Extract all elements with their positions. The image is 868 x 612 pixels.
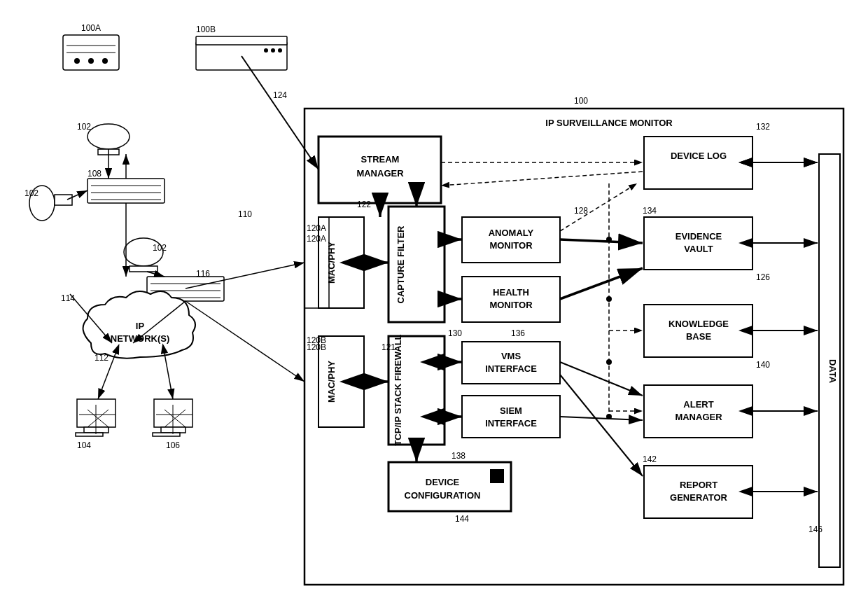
ref-146: 146 bbox=[808, 524, 822, 534]
dot2 bbox=[606, 296, 612, 302]
mac-phy-top-label: MAC/PHY bbox=[326, 242, 337, 284]
health-monitor-label2: MONITOR bbox=[489, 300, 533, 310]
svg-rect-18 bbox=[130, 266, 158, 272]
vms-interface-label2: INTERFACE bbox=[485, 363, 537, 374]
ref-132: 132 bbox=[756, 122, 770, 132]
siem-interface-box bbox=[462, 396, 560, 438]
ref-130: 130 bbox=[448, 328, 462, 338]
svg-point-12 bbox=[278, 48, 282, 53]
svg-rect-34 bbox=[153, 433, 180, 436]
siem-interface-label1: SIEM bbox=[500, 405, 522, 416]
ref-100b-label: 100B bbox=[196, 25, 216, 34]
ref-124-label: 124 bbox=[273, 90, 287, 100]
ref-112-label: 112 bbox=[94, 353, 108, 363]
anomaly-monitor-label1: ANOMALY bbox=[489, 228, 534, 238]
ip-network-label1: IP bbox=[136, 321, 145, 331]
capture-filter-label: CAPTURE FILTER bbox=[396, 225, 406, 304]
computer-106: 106 bbox=[153, 399, 192, 450]
ip-network-cloud: IP NETWORK(S) bbox=[83, 291, 195, 359]
device-log-label1: DEVICE LOG bbox=[671, 151, 727, 161]
ref-100a-label: 100A bbox=[81, 23, 101, 33]
data-label: DATA bbox=[827, 359, 838, 384]
dot3 bbox=[606, 359, 612, 365]
alert-manager-label2: MANAGER bbox=[675, 412, 722, 422]
computer-104: 104 bbox=[76, 399, 115, 450]
ref-104-label: 104 bbox=[77, 440, 91, 450]
knowledge-base-label2: BASE bbox=[686, 331, 711, 342]
ref-102a: 102 bbox=[77, 122, 91, 132]
ref-142: 142 bbox=[643, 454, 657, 464]
ref-116-label: 116 bbox=[196, 269, 210, 279]
health-monitor-label1: HEALTH bbox=[493, 287, 529, 298]
evidence-vault-label2: VAULT bbox=[684, 244, 713, 254]
ref-120b-2: 120B bbox=[307, 335, 326, 345]
cloud-to-106 bbox=[164, 354, 173, 399]
ref-121: 121 bbox=[382, 342, 396, 352]
svg-point-13 bbox=[88, 124, 130, 149]
vms-interface-box bbox=[462, 342, 560, 384]
svg-point-10 bbox=[264, 48, 268, 53]
diagram-container: DATA IP SURVEILLANCE MONITOR STREAM MANA… bbox=[0, 0, 868, 612]
device-config-icon bbox=[490, 469, 504, 483]
ip-network-label2: NETWORK(S) bbox=[111, 333, 170, 344]
report-generator-label2: GENERATOR bbox=[670, 492, 727, 503]
svg-point-7 bbox=[74, 58, 80, 64]
svg-point-9 bbox=[102, 58, 108, 64]
anomaly-monitor-label2: MONITOR bbox=[489, 240, 533, 251]
ref-144: 144 bbox=[455, 514, 469, 524]
device-log-box bbox=[644, 137, 752, 189]
ref-108-label: 108 bbox=[88, 169, 102, 179]
ip-surveillance-label: IP SURVEILLANCE MONITOR bbox=[545, 118, 673, 128]
ref-106-label: 106 bbox=[166, 440, 180, 450]
ref-110-label: 110 bbox=[238, 209, 252, 219]
switch116-to-macphy2 bbox=[186, 301, 304, 382]
svg-point-8 bbox=[88, 58, 94, 64]
ref-128: 128 bbox=[574, 206, 588, 216]
alert-manager-label1: ALERT bbox=[683, 399, 713, 410]
report-generator-label1: REPORT bbox=[680, 480, 718, 490]
cam-ptz-to-switch bbox=[147, 272, 164, 277]
ref-126: 126 bbox=[756, 272, 770, 282]
device-config-label1: DEVICE bbox=[426, 477, 460, 487]
stream-manager-label: STREAM bbox=[361, 154, 400, 165]
svg-point-11 bbox=[271, 48, 275, 53]
dot1 bbox=[606, 237, 612, 242]
ref-100-label: 100 bbox=[574, 96, 588, 106]
svg-rect-16 bbox=[55, 195, 72, 205]
stream-manager-label2: MANAGER bbox=[356, 168, 404, 179]
knowledge-base-label1: KNOWLEDGE bbox=[668, 319, 729, 329]
ref-102b: 102 bbox=[24, 188, 38, 198]
camera-ptz: 102 bbox=[124, 238, 167, 272]
ref-120a-2: 120A bbox=[307, 223, 326, 233]
device-100b-top bbox=[196, 36, 287, 45]
device-config-label2: CONFIGURATION bbox=[405, 490, 481, 501]
evidence-vault-label1: EVIDENCE bbox=[676, 231, 722, 242]
ref-134: 134 bbox=[643, 206, 657, 216]
mac-phy-bottom-label: MAC/PHY bbox=[326, 361, 337, 403]
svg-rect-27 bbox=[76, 433, 103, 436]
vms-interface-label1: VMS bbox=[501, 351, 522, 361]
ref-140: 140 bbox=[756, 360, 770, 370]
camera-left: 102 bbox=[24, 186, 72, 221]
ref-102c: 102 bbox=[153, 243, 167, 253]
siem-interface-label2: INTERFACE bbox=[485, 418, 537, 429]
ref-122: 122 bbox=[357, 200, 371, 209]
ref-136: 136 bbox=[511, 328, 525, 338]
camera-top: 102 bbox=[77, 122, 130, 155]
ref-120a: 120A bbox=[307, 234, 326, 244]
ref-138: 138 bbox=[451, 451, 465, 461]
